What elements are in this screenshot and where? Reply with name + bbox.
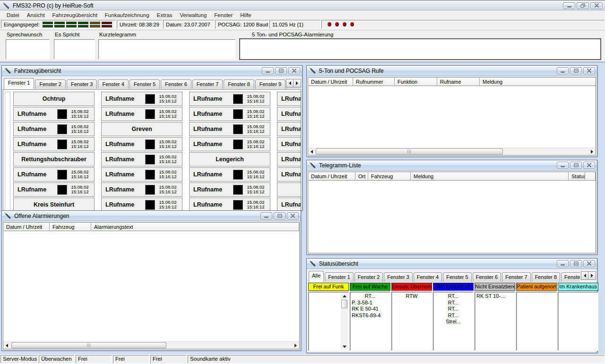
minimize-button[interactable] bbox=[260, 212, 272, 219]
menu-item-funkaufzeichnung[interactable]: Funkaufzeichnung bbox=[101, 12, 153, 18]
menu-item-fahrzeug-bersicht[interactable]: Fahrzeugübersicht bbox=[49, 12, 101, 18]
minimize-button[interactable] bbox=[557, 162, 569, 169]
status-column-list-einsatz-bernom[interactable]: RTW bbox=[391, 292, 432, 351]
vehicle-cell[interactable]: LRufname15.08.0215:16:12 bbox=[101, 167, 182, 182]
scrollbar-thumb[interactable] bbox=[341, 300, 347, 308]
scroll-up-button[interactable] bbox=[341, 293, 348, 299]
column-header-fahrzeug[interactable]: Fahrzeug bbox=[50, 223, 91, 231]
fahrzeug-tab-fenster-2[interactable]: Fenster 2 bbox=[35, 79, 65, 89]
column-header-rufnummer[interactable]: Rufnummer bbox=[353, 78, 395, 86]
status-titlebar[interactable]: Statusübersicht bbox=[307, 259, 597, 269]
vehicle-cell[interactable]: LRufname15.08.0215:16:12 bbox=[277, 107, 301, 121]
status-column-list-im-krankenhaus[interactable] bbox=[558, 292, 598, 351]
maximize-button[interactable] bbox=[274, 212, 285, 219]
vehicle-cell[interactable]: LRufname15.08.0215:16:12 bbox=[13, 182, 95, 197]
column-header-funktion[interactable]: Funktion bbox=[395, 78, 437, 86]
vehicle-cell[interactable]: LRufname15.08.0215:16:12 bbox=[277, 122, 301, 136]
vehicle-cell[interactable]: LRufname15.08.0215:16:12 bbox=[101, 152, 182, 166]
maximize-button[interactable] bbox=[570, 67, 582, 74]
menu-item-hilfe[interactable]: Hilfe bbox=[236, 12, 255, 18]
fahrzeuguebersicht-titlebar[interactable]: Fahrzeugübersicht bbox=[2, 66, 302, 76]
vehicle-cell[interactable]: LRufname15.08.0215:16:12 bbox=[101, 92, 182, 106]
column-header-datum-uhrzeit[interactable]: Datum / Uhrzeit bbox=[3, 223, 50, 231]
vehicle-cell[interactable]: LRufname15.08.0215:16:12 bbox=[189, 182, 270, 197]
column-header-alarmierungstext[interactable]: Alarmierungstext bbox=[91, 223, 299, 231]
menu-item-verwaltung[interactable]: Verwaltung bbox=[176, 12, 210, 18]
vehicle-cell[interactable]: LRufname15.08.0215:16:12 bbox=[189, 107, 270, 121]
vehicle-cell[interactable]: LRufname15.08.0215:16:12 bbox=[101, 107, 182, 121]
status-item[interactable]: RT... bbox=[435, 300, 472, 306]
fahrzeug-tab-fenster-6[interactable]: Fenster 6 bbox=[161, 79, 191, 89]
close-button[interactable] bbox=[288, 67, 300, 74]
menu-item-fenster[interactable]: Fenster bbox=[210, 12, 236, 18]
minimize-button[interactable] bbox=[557, 260, 569, 267]
fahrzeug-tab-fenster-4[interactable]: Fenster 4 bbox=[98, 79, 128, 89]
tab-scroll-right-button[interactable] bbox=[294, 79, 301, 87]
tab-scroll-left-button[interactable] bbox=[581, 271, 588, 280]
column-header-ort[interactable]: Ort bbox=[355, 172, 368, 181]
minimize-button[interactable] bbox=[563, 2, 575, 9]
vehicle-cell[interactable]: LRufname15.08.0215:16:12 bbox=[277, 198, 301, 210]
fahrzeug-tab-fenster-9[interactable]: Fenster 9 bbox=[255, 79, 285, 89]
vehicle-cell[interactable]: LRufname15.08.0215:16:12 bbox=[189, 122, 270, 136]
status-item[interactable]: RT... bbox=[352, 293, 389, 300]
maximize-button[interactable] bbox=[570, 260, 582, 267]
fahrzeug-tab-fenster-7[interactable]: Fenster 7 bbox=[192, 79, 223, 89]
status-column-list-am-einsatzort[interactable]: RT...RT...RT...RT...Strei... bbox=[433, 292, 474, 351]
close-button[interactable] bbox=[583, 67, 595, 74]
scroll-right-button[interactable] bbox=[588, 148, 596, 155]
close-button[interactable] bbox=[287, 212, 299, 219]
scroll-right-button[interactable] bbox=[292, 342, 299, 349]
fahrzeug-tab-fenster-1[interactable]: Fenster 1 bbox=[4, 78, 34, 89]
menu-item-ansicht[interactable]: Ansicht bbox=[23, 12, 49, 18]
restore-button[interactable] bbox=[577, 2, 589, 9]
status-item[interactable]: RK ST 10-... bbox=[476, 293, 513, 300]
scroll-left-button[interactable] bbox=[308, 148, 315, 155]
close-button[interactable] bbox=[583, 162, 595, 169]
minimize-button[interactable] bbox=[262, 67, 274, 74]
fahrzeug-tab-fenster-5[interactable]: Fenster 5 bbox=[130, 79, 160, 89]
status-tab-fenster-3[interactable]: Fenster 3 bbox=[384, 272, 412, 282]
status-tab-fenster-1[interactable]: Fenster 1 bbox=[325, 272, 353, 282]
column-header-meldung[interactable]: Meldung bbox=[480, 78, 596, 86]
offene-titlebar[interactable]: Offene Alarmierungen bbox=[2, 211, 301, 221]
column-header-datum-uhrzeit[interactable]: Datum / Uhrzeit bbox=[308, 172, 355, 181]
vehicle-cell[interactable]: LRufname15.08.0215:16:12 bbox=[13, 122, 95, 136]
vehicle-cell[interactable]: LRufname15.08.0215:16:12 bbox=[277, 92, 301, 106]
vehicle-cell[interactable]: LRufname15.08.0215:16:12 bbox=[277, 167, 301, 182]
vehicle-cell[interactable]: LRufname15.08.0215:16:12 bbox=[101, 198, 182, 210]
status-tab-fenster-2[interactable]: Fenster 2 bbox=[354, 272, 383, 282]
status-item[interactable]: RKST6-89-4 bbox=[352, 312, 389, 319]
telegramm-titlebar[interactable]: Telegramm-Liste bbox=[307, 160, 597, 171]
minimize-button[interactable] bbox=[557, 67, 569, 74]
scrollbar-thumb[interactable] bbox=[11, 342, 166, 348]
vehicle-cell[interactable]: LRufname15.08.0215:16:12 bbox=[277, 152, 301, 166]
telegramm-list-body[interactable] bbox=[308, 181, 596, 253]
menu-item-datei[interactable]: Datei bbox=[3, 12, 23, 18]
vehicle-cell[interactable]: LRufname15.08.0215:16:12 bbox=[189, 92, 270, 106]
vehicle-cell[interactable]: LRufname15.08.0215:16:12 bbox=[189, 198, 270, 210]
status-item[interactable]: RTW bbox=[393, 293, 430, 300]
status-tab-fenster-4[interactable]: Fenster 4 bbox=[414, 272, 442, 282]
scroll-left-button[interactable] bbox=[3, 342, 10, 349]
column-header-rufname[interactable]: Rufname bbox=[437, 78, 480, 86]
maximize-button[interactable] bbox=[275, 67, 287, 74]
status-column-list-nicht-einsatzbere[interactable]: RK ST 10-... bbox=[475, 292, 515, 351]
maximize-button[interactable] bbox=[570, 162, 582, 169]
status-tab-fenster-9[interactable]: Fenster 9 bbox=[561, 272, 580, 282]
column-header-status[interactable]: Status bbox=[569, 172, 585, 181]
vehicle-cell[interactable]: LRufname15.08.0215:16:12 bbox=[13, 107, 95, 121]
vehicle-cell[interactable]: LRufname15.08.0215:16:12 bbox=[101, 137, 182, 151]
status-tab-fenster-5[interactable]: Fenster 5 bbox=[443, 272, 471, 282]
column-header-meldung[interactable]: Meldung bbox=[411, 172, 569, 181]
tab-scroll-right-button[interactable] bbox=[588, 271, 596, 280]
fuenfton-list-body[interactable] bbox=[308, 86, 596, 147]
status-item[interactable]: RK E 50-41 bbox=[352, 306, 389, 312]
vehicle-cell[interactable]: LRufname15.08.0215:16:12 bbox=[13, 167, 95, 182]
column-header-fahrzeug[interactable]: Fahrzeug bbox=[368, 172, 411, 181]
vehicle-cell[interactable]: LRufname15.08.0215:16:12 bbox=[101, 182, 182, 197]
scrollbar-thumb[interactable] bbox=[316, 148, 503, 155]
status-item[interactable]: RT... bbox=[435, 306, 472, 312]
menu-item-extras[interactable]: Extras bbox=[153, 12, 176, 18]
status-column-list-frei-auf-wache[interactable]: RT...P. 3-58-1RK E 50-41RKST6-89-4 bbox=[350, 292, 390, 351]
